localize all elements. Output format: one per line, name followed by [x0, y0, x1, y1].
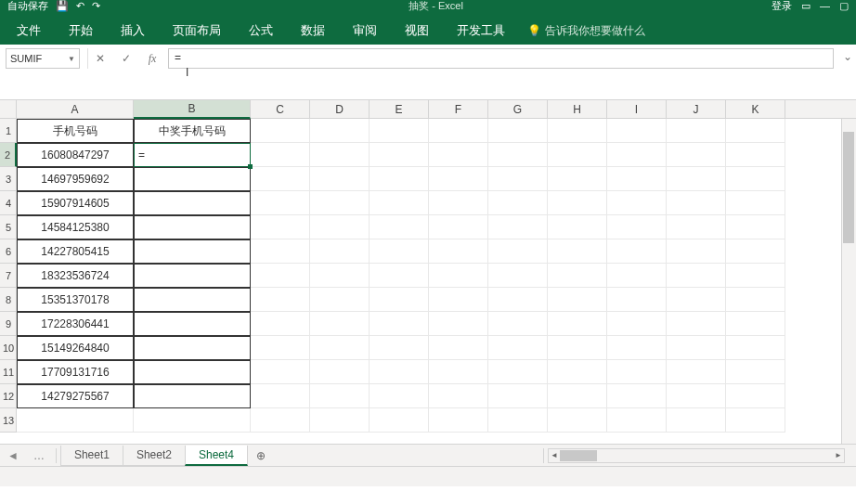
ribbon-tab[interactable]: 视图 — [392, 17, 442, 45]
cell[interactable] — [726, 215, 785, 239]
cell[interactable] — [251, 264, 310, 288]
cell[interactable] — [488, 264, 548, 288]
cell[interactable] — [726, 360, 785, 384]
row-header[interactable]: 13 — [0, 408, 17, 433]
cell[interactable] — [607, 143, 667, 167]
cell[interactable] — [488, 143, 548, 167]
cell[interactable] — [370, 360, 429, 384]
table-data-cell[interactable]: 14584125380 — [17, 215, 134, 239]
cell[interactable] — [667, 264, 726, 288]
cell[interactable] — [607, 288, 667, 312]
fx-icon[interactable]: fx — [144, 52, 161, 66]
maximize-icon[interactable]: ▢ — [839, 0, 849, 12]
editing-cell[interactable]: = — [134, 143, 251, 167]
cell[interactable] — [429, 119, 488, 143]
sheet-nav-dots-icon[interactable]: … — [26, 449, 52, 462]
column-header[interactable]: C — [251, 100, 310, 119]
cell[interactable] — [310, 288, 370, 312]
cell[interactable] — [607, 191, 667, 215]
cell[interactable] — [251, 215, 310, 239]
name-box[interactable]: SUMIF ▼ — [6, 48, 80, 69]
cell[interactable] — [251, 143, 310, 167]
cell[interactable] — [310, 336, 370, 360]
confirm-formula-icon[interactable]: ✓ — [118, 52, 135, 65]
cell[interactable] — [251, 312, 310, 336]
cell[interactable] — [548, 336, 607, 360]
cell[interactable] — [370, 239, 429, 264]
cell[interactable] — [310, 384, 370, 408]
cell[interactable] — [548, 239, 607, 264]
cell[interactable] — [370, 264, 429, 288]
row-header[interactable]: 1 — [0, 119, 17, 143]
cell[interactable] — [251, 336, 310, 360]
cell[interactable] — [548, 119, 607, 143]
scrollbar-thumb[interactable] — [843, 132, 854, 243]
cell[interactable] — [310, 167, 370, 191]
cell[interactable] — [17, 408, 134, 433]
cell[interactable] — [429, 264, 488, 288]
table-data-cell[interactable]: 15907914605 — [17, 191, 134, 215]
table-data-cell[interactable]: 14279275567 — [17, 384, 134, 408]
table-data-cell[interactable]: 18323536724 — [17, 264, 134, 288]
cell[interactable] — [726, 336, 785, 360]
cell[interactable] — [251, 119, 310, 143]
scroll-left-icon[interactable]: ◄ — [549, 449, 560, 462]
cell[interactable] — [548, 288, 607, 312]
cell[interactable] — [488, 336, 548, 360]
undo-icon[interactable]: ↶ — [76, 0, 84, 12]
table-data-cell[interactable]: 14697959692 — [17, 167, 134, 191]
cell[interactable] — [488, 384, 548, 408]
cell[interactable] — [488, 239, 548, 264]
minimize-icon[interactable]: — — [820, 0, 830, 11]
cell[interactable] — [667, 336, 726, 360]
cell[interactable] — [429, 312, 488, 336]
cell[interactable] — [667, 191, 726, 215]
table-data-cell[interactable] — [134, 336, 251, 360]
cell[interactable] — [607, 167, 667, 191]
cell[interactable] — [548, 143, 607, 167]
cell[interactable] — [370, 167, 429, 191]
cell[interactable] — [370, 288, 429, 312]
cell[interactable] — [370, 191, 429, 215]
cell[interactable] — [310, 360, 370, 384]
table-data-cell[interactable] — [134, 191, 251, 215]
cell[interactable] — [370, 143, 429, 167]
cell[interactable] — [667, 143, 726, 167]
cell[interactable] — [429, 215, 488, 239]
sheet-tab[interactable]: Sheet1 — [60, 446, 123, 466]
ribbon-tab[interactable]: 文件 — [4, 17, 54, 45]
formula-input[interactable]: = I — [168, 48, 834, 69]
ribbon-tab[interactable]: 开始 — [56, 17, 106, 45]
cell[interactable] — [667, 288, 726, 312]
cell[interactable] — [310, 191, 370, 215]
cell[interactable] — [607, 384, 667, 408]
cell[interactable] — [251, 167, 310, 191]
cell[interactable] — [251, 288, 310, 312]
cell[interactable] — [429, 167, 488, 191]
cell[interactable] — [607, 264, 667, 288]
cell[interactable] — [667, 408, 726, 433]
cell[interactable] — [726, 239, 785, 264]
cell[interactable] — [488, 167, 548, 191]
cell[interactable] — [488, 215, 548, 239]
cell[interactable] — [488, 191, 548, 215]
table-data-cell[interactable] — [134, 384, 251, 408]
horizontal-scrollbar[interactable]: ◄ ► — [548, 448, 845, 463]
cell[interactable] — [370, 408, 429, 433]
cell[interactable] — [429, 143, 488, 167]
cell[interactable] — [548, 360, 607, 384]
cell[interactable] — [134, 408, 251, 433]
table-data-cell[interactable]: 14227805415 — [17, 239, 134, 264]
expand-formula-bar-icon[interactable]: ⌄ — [839, 45, 856, 63]
ribbon-tab[interactable]: 开发工具 — [444, 17, 518, 45]
row-header[interactable]: 2 — [0, 143, 17, 167]
cell[interactable] — [429, 336, 488, 360]
cell[interactable] — [726, 143, 785, 167]
cell[interactable] — [726, 191, 785, 215]
cell[interactable] — [548, 191, 607, 215]
chevron-down-icon[interactable]: ▼ — [68, 55, 75, 63]
cell[interactable] — [310, 239, 370, 264]
column-header[interactable]: D — [310, 100, 370, 119]
cell[interactable] — [607, 215, 667, 239]
cell[interactable] — [429, 384, 488, 408]
